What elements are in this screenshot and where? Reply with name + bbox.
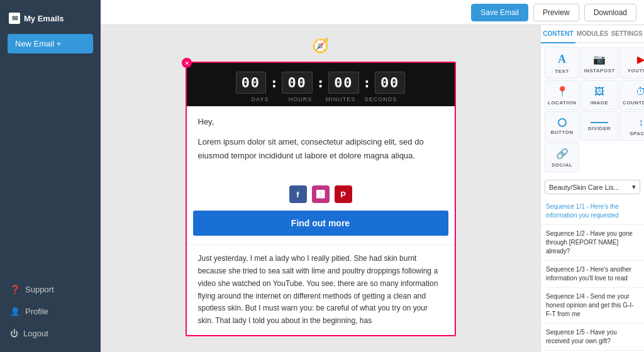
profile-icon: 👤 [10,307,20,316]
download-button[interactable]: Download [584,4,636,21]
email-greeting: Hey, [198,115,443,129]
tab-content[interactable]: CONTENT [541,25,575,43]
tab-settings[interactable]: SETTINGS [609,25,644,43]
sequence-dropdown-label: Beauty/Skin Care Lis... [549,184,619,191]
block-label-youtube: YOUTUBE [628,68,644,74]
sequence-item-3[interactable]: Sequence 1/4 - Send me your honest opini… [541,288,644,324]
youtube-icon: ▶ [637,53,644,65]
block-label-countdown: COUNTDOWN [623,100,644,106]
text-icon: A [558,53,566,66]
sequence-item-2[interactable]: Sequence 1/3 - Here's another informatio… [541,261,644,288]
countdown-sep-2: : [316,75,325,91]
location-icon: 📍 [556,85,569,97]
chevron-down-icon: ▾ [632,183,636,191]
label-hours: HOURS [280,96,321,102]
countdown-minutes: 00 [328,72,359,94]
block-location[interactable]: 📍 LOCATION [545,80,579,110]
countdown-timer: 00 : 00 : 00 : 00 [193,72,448,94]
block-label-social: SOCIAL [552,162,572,168]
block-label-spacer: SPACER [630,131,644,136]
block-countdown[interactable]: ⏱ COUNTDOWN [619,80,644,110]
block-label-text: TEXT [555,69,569,74]
canvas-wrapper: 🧭 ✕ 00 : 00 : 00 : 00 DAYS [101,25,540,352]
sidebar-logo-label: My Emails [24,14,64,23]
tab-modules[interactable]: MODULES [575,25,610,43]
block-label-button: BUTTON [551,129,574,135]
block-youtube[interactable]: ▶ YOUTUBE [619,47,644,79]
block-image[interactable]: 🖼 IMAGE [580,80,618,110]
countdown-icon: ⏱ [636,86,644,97]
topbar: Save Email Preview Download [101,0,644,25]
content-area: 🧭 ✕ 00 : 00 : 00 : 00 DAYS [101,25,644,352]
countdown-seconds: 00 [375,72,406,94]
email-body: Hey, Lorem ipsum dolor sit amet, consect… [187,106,455,178]
camera-icon: 📷 [593,53,606,65]
blocks-grid: A TEXT 📷 INSTAPOST ▶ YOUTUBE 📍 LOCATION … [541,43,644,176]
image-icon: 🖼 [594,86,604,97]
cta-button[interactable]: Find out more [193,211,448,236]
label-days: DAYS [240,96,280,102]
new-email-button[interactable]: New Email + [8,34,93,53]
sidebar-item-profile[interactable]: 👤 Profile [0,300,101,322]
sequence-dropdown[interactable]: Beauty/Skin Care Lis... ▾ [545,180,640,194]
block-social[interactable]: 🔗 SOCIAL [545,142,579,172]
email-article-text: Just yesterday, I met a lady who I reall… [187,245,455,335]
countdown-block: 00 : 00 : 00 : 00 DAYS HOURS MINUTES SEC… [187,63,455,106]
pinterest-icon[interactable]: P [335,185,352,203]
spacer-icon: ↕ [638,117,643,128]
preview-button[interactable]: Preview [533,4,579,21]
block-label-location: LOCATION [548,100,576,106]
sidebar-label-support: Support [25,285,54,294]
panel-tabs: CONTENT MODULES SETTINGS [541,25,644,43]
countdown-sep-1: : [270,75,278,91]
divider-icon [591,122,608,123]
sidebar-item-logout[interactable]: ⏻ Logout [0,322,101,344]
social-icons-row: f 🅸 P [187,185,455,203]
email-canvas: ✕ 00 : 00 : 00 : 00 DAYS HOURS [186,62,456,336]
sidebar-label-profile: Profile [25,307,48,316]
email-icon [9,13,20,24]
instagram-icon[interactable]: 🅸 [312,185,330,203]
sequence-item-1[interactable]: Sequence 1/2 - Have you gone through [RE… [541,225,644,261]
remove-block-button[interactable]: ✕ [182,58,192,68]
block-instapost[interactable]: 📷 INSTAPOST [580,47,618,79]
button-icon [558,118,567,127]
right-panel: CONTENT MODULES SETTINGS A TEXT 📷 INSTAP… [540,25,644,352]
facebook-icon[interactable]: f [289,185,307,203]
block-spacer[interactable]: ↕ SPACER [619,111,644,141]
save-email-button[interactable]: Save Email [471,4,528,21]
sequence-list: Sequence 1/1 - Here's the information yo… [541,198,644,352]
block-label-image: IMAGE [591,100,609,106]
sequence-item-4[interactable]: Sequence 1/5 - Have you received your ow… [541,324,644,351]
email-body-text: Lorem ipsum dolor sit amet, consectetur … [198,135,443,163]
main-area: Save Email Preview Download 🧭 ✕ 00 : 00 … [101,0,644,352]
compass-icon: 🧭 [312,38,329,54]
support-icon: ❓ [10,285,20,294]
label-minutes: MINUTES [321,96,361,102]
sidebar-label-logout: Logout [23,329,48,338]
sidebar: My Emails New Email + ❓ Support 👤 Profil… [0,0,101,352]
countdown-days: 00 [236,72,267,94]
sidebar-item-support[interactable]: ❓ Support [0,278,101,300]
label-seconds: SECONDS [361,96,401,102]
sidebar-logo: My Emails [0,8,101,34]
block-button[interactable]: BUTTON [545,111,579,141]
social-icon: 🔗 [556,148,569,160]
block-divider[interactable]: DIVIDER [580,111,618,141]
block-label-divider: DIVIDER [588,126,611,131]
sequence-item-0[interactable]: Sequence 1/1 - Here's the information yo… [541,198,644,225]
countdown-labels: DAYS HOURS MINUTES SECONDS [193,96,448,102]
countdown-hours: 00 [282,72,313,94]
block-text[interactable]: A TEXT [545,47,579,79]
block-label-instapost: INSTAPOST [584,68,615,74]
countdown-sep-3: : [363,75,371,91]
logout-icon: ⏻ [10,329,18,338]
